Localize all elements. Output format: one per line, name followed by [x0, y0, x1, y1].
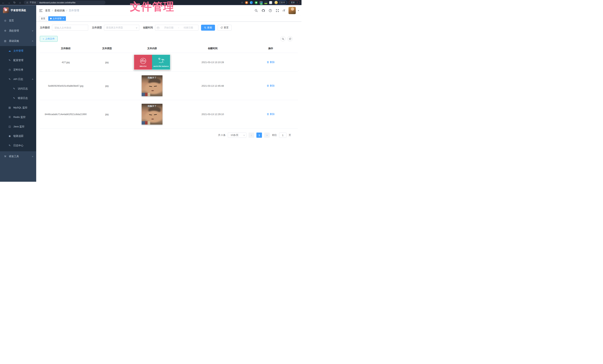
search-icon[interactable] — [254, 9, 258, 12]
cell-file-path: 8448cada8c714e4ab61f521c8da21990 — [40, 111, 92, 117]
sidebar-item-scheduled-tasks[interactable]: ◷ 定时任务 — [0, 65, 36, 74]
github-icon[interactable] — [261, 9, 265, 12]
sidebar-item-label: 系统管理 — [9, 29, 19, 33]
help-icon[interactable] — [268, 9, 272, 12]
chevron-up-icon: ∧ — [32, 40, 34, 42]
close-icon[interactable]: × — [63, 17, 64, 20]
document-icon: ✎ — [13, 97, 16, 100]
browser-menu-icon[interactable]: ⋮ — [296, 1, 298, 4]
start-date-input[interactable]: 开始日期 — [160, 26, 177, 29]
extension-icon-ubuntu[interactable] — [245, 1, 248, 4]
database-icon: ▤ — [8, 106, 11, 109]
user-avatar[interactable] — [289, 7, 296, 14]
sidebar-item-error-logs[interactable]: ✎ 错误日志 — [0, 93, 36, 103]
bookmark-star-icon[interactable]: ☆ — [241, 1, 243, 4]
extension-icon-check[interactable] — [255, 1, 258, 4]
sidebar-item-config-management[interactable]: ✎ 配置管理 — [0, 56, 36, 65]
sidebar-item-file-management[interactable]: ☁ 文件管理 — [0, 46, 36, 56]
sidebar-item-label: 配置管理 — [13, 59, 23, 62]
search-form: 文件路径 文件类型 请选择文件类型 ∨ 创建时间 开始日期 - 结束日期 — [40, 25, 298, 31]
toggle-search-button[interactable] — [280, 36, 286, 41]
table-row: 427.jpg jpg 996.ICU — [40, 53, 298, 72]
trash-icon — [267, 85, 269, 87]
reset-button[interactable]: 重置 — [218, 25, 232, 31]
banner-right-text: work-life balance — [153, 65, 169, 67]
sidebar-item-redis-monitor[interactable]: ☰ Redis 监控 — [0, 112, 36, 122]
sidebar-item-label: API 日志 — [13, 78, 23, 81]
browser-forward-icon[interactable]: → — [7, 1, 11, 4]
search-button-label: 搜索 — [207, 26, 212, 29]
delete-label: 删除 — [270, 84, 275, 87]
file-path-input[interactable] — [52, 25, 88, 31]
col-file-type: 文件类型 — [92, 44, 123, 53]
sidebar-item-home[interactable]: ◎ 首页 — [0, 15, 36, 26]
delete-button[interactable]: 删除 — [267, 60, 275, 64]
sidebar-item-log-center[interactable]: ✎ 日志中心 — [0, 141, 36, 150]
browser-update-button[interactable]: 更新 ⋮ — [289, 0, 300, 4]
file-preview-meme: 我裂开了 — [142, 75, 162, 96]
breadcrumb-home[interactable]: 首页 — [45, 9, 50, 12]
cloud-icon: ☁ — [8, 49, 11, 52]
infrastructure-icon: ▤ — [4, 40, 7, 42]
font-size-icon[interactable]: тT — [283, 9, 285, 12]
date-separator: - — [178, 26, 179, 29]
browser-back-icon[interactable]: ← — [1, 1, 5, 4]
sidebar-item-mysql-monitor[interactable]: ▤ MySQL 监控 — [0, 103, 36, 112]
trash-icon — [267, 113, 269, 115]
delete-button[interactable]: 删除 — [267, 84, 275, 87]
file-preview-996-banner: 996.ICU work-life balance — [134, 54, 170, 70]
page-content: 文件路径 文件类型 请选择文件类型 ∨ 创建时间 开始日期 - 结束日期 — [36, 22, 302, 182]
sidebar-item-api-logs[interactable]: ✎ API 日志 ∧ — [0, 74, 36, 84]
goto-page-input[interactable] — [279, 133, 287, 138]
navbar: 首页 / 基础设施 / 文件管理 — [36, 5, 302, 16]
tag-file-management[interactable]: 文件管理 × — [48, 16, 66, 21]
table-header: 文件路径 文件类型 文件内容 创建时间 操作 — [40, 44, 298, 53]
sidebar-item-java-monitor[interactable]: ◫ Java 监控 — [0, 122, 36, 131]
sidebar-item-access-logs[interactable]: ✎ 访问日志 — [0, 84, 36, 93]
sidebar-item-dev-tools[interactable]: ⚒ 研发工具 ∨ — [0, 151, 36, 161]
browser-toolbar: ← → ↻ ⌂ ⚠ 不安全 dashboard.yudao.iocoder.cn… — [0, 0, 302, 5]
app-title: 芋道管理系统 — [11, 9, 26, 12]
page-size-select[interactable]: 10条/页 ∨ — [228, 133, 246, 138]
paused-label: 已暂停 — [279, 1, 285, 4]
file-table: 文件路径 文件类型 文件内容 创建时间 操作 427.jpg jpg — [40, 44, 298, 128]
update-label: 更新 — [291, 1, 295, 4]
cell-create-time: 2021-03-13 12:45:48 — [182, 83, 244, 89]
extensions-puzzle-icon[interactable] — [269, 1, 272, 4]
breadcrumb-infrastructure[interactable]: 基础设施 — [54, 9, 65, 12]
sidebar-item-system-management[interactable]: ⚙ 系统管理 ∨ — [0, 26, 36, 36]
sidebar-item-label: Java 监控 — [13, 125, 24, 128]
sidebar-logo[interactable]: 芋道管理系统 — [0, 5, 36, 15]
browser-home-icon[interactable]: ⌂ — [18, 1, 22, 4]
end-date-input[interactable]: 结束日期 — [180, 26, 197, 29]
page-number-1[interactable]: 1 — [256, 133, 262, 138]
refresh-table-button[interactable] — [287, 36, 293, 41]
breadcrumb-separator: / — [52, 9, 53, 12]
search-button[interactable]: 搜索 — [201, 25, 215, 31]
sidebar-item-trace[interactable]: ◉ 链路追踪 — [0, 131, 36, 141]
next-page-button[interactable]: › — [264, 133, 270, 138]
address-bar[interactable]: ⚠ 不安全 dashboard.yudao.iocoder.cn/infra/f… — [24, 0, 105, 4]
total-count: 共 3 条 — [218, 134, 226, 137]
upload-file-button[interactable]: + 上传文件 — [40, 36, 58, 42]
url-text: dashboard.yudao.iocoder.cn/infra/file — [39, 1, 75, 4]
dashboard-icon: ◎ — [4, 19, 7, 22]
active-tag-dot — [50, 18, 52, 19]
prev-page-button[interactable]: ‹ — [249, 133, 254, 138]
file-path-label: 文件路径 — [40, 26, 50, 29]
profile-paused-chip[interactable]: 已暂停 — [274, 0, 287, 4]
sidebar-toggle-button[interactable] — [39, 9, 43, 12]
sidebar-item-label: 访问日志 — [18, 87, 28, 91]
sidebar-item-infrastructure[interactable]: ▤ 基础设施 ∧ — [0, 36, 36, 46]
extension-icon-green[interactable] — [264, 1, 267, 4]
tag-home[interactable]: 首页 — [39, 16, 47, 21]
fullscreen-icon[interactable] — [276, 9, 279, 12]
date-range-picker[interactable]: 开始日期 - 结束日期 — [155, 25, 198, 31]
extension-icon-drop[interactable] — [250, 1, 253, 4]
extension-icon-blue[interactable]: on — [260, 1, 263, 4]
caret-down-icon[interactable]: ▾ — [298, 10, 299, 11]
delete-button[interactable]: 删除 — [267, 113, 275, 116]
file-type-select[interactable]: 请选择文件类型 ∨ — [104, 25, 139, 31]
browser-reload-icon[interactable]: ↻ — [13, 1, 16, 4]
edit-icon: ✎ — [8, 59, 11, 62]
